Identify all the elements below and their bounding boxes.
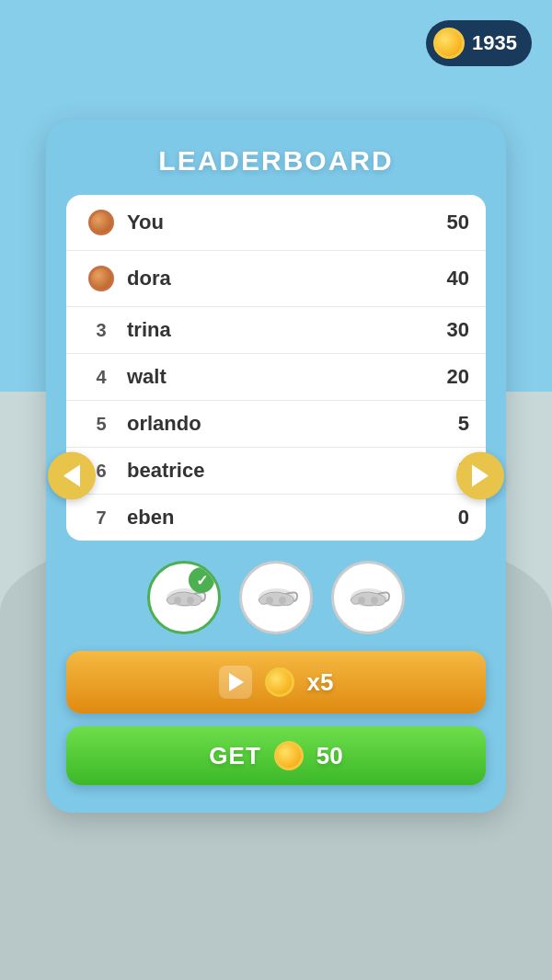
table-row: 6 beatrice 5	[66, 448, 486, 495]
table-row: 3 trina 30	[66, 307, 486, 354]
coin-amount: 1935	[472, 31, 517, 55]
svg-point-4	[266, 597, 273, 604]
rank-5: 5	[83, 414, 120, 435]
dash-icon-3	[343, 581, 393, 614]
left-arrow-icon	[63, 464, 80, 486]
check-icon: ✓	[189, 567, 214, 593]
player-score-1: 50	[432, 211, 469, 234]
rank-3: 3	[83, 320, 120, 341]
speed-button-group: ✓	[66, 561, 486, 634]
svg-point-7	[358, 597, 365, 604]
get-label: GET	[209, 742, 260, 770]
play-icon	[219, 666, 252, 699]
leaderboard-title: LEADERBOARD	[66, 145, 486, 177]
table-row: dora 40	[66, 251, 486, 307]
player-score-5: 5	[432, 412, 469, 436]
rank-2	[83, 262, 120, 295]
player-name-3: trina	[127, 318, 432, 342]
rank-7: 7	[83, 507, 120, 529]
player-name-4: walt	[127, 365, 432, 389]
leaderboard-list: You 50 dora 40 3 trina 30 4 w	[66, 195, 486, 541]
speed-button-2[interactable]	[239, 561, 313, 634]
coin-counter: 1935	[426, 20, 532, 66]
nav-arrow-right[interactable]	[456, 451, 504, 499]
coin-icon	[433, 28, 465, 59]
watch-ad-button[interactable]: x5	[66, 651, 486, 713]
leaderboard-card: LEADERBOARD You 50 dora 40	[46, 120, 506, 813]
rank-4: 4	[83, 367, 120, 388]
medal-icon	[85, 206, 118, 239]
player-name-1: You	[127, 211, 432, 234]
get-coins-button[interactable]: GET 50	[66, 726, 486, 785]
table-row: 7 eben 0	[66, 495, 486, 541]
svg-point-1	[174, 597, 181, 604]
medal-icon	[85, 262, 118, 295]
svg-point-2	[187, 597, 194, 604]
player-name-7: eben	[127, 506, 432, 530]
player-name-6: beatrice	[127, 459, 432, 483]
get-amount: 50	[316, 742, 343, 770]
player-score-4: 20	[432, 365, 469, 389]
svg-point-5	[279, 597, 286, 604]
table-row: 4 walt 20	[66, 354, 486, 401]
speed-button-3[interactable]	[331, 561, 405, 634]
watch-multiplier: x5	[307, 668, 334, 697]
dash-icon-2	[251, 581, 301, 614]
speed-button-1[interactable]: ✓	[147, 561, 221, 634]
player-name-5: orlando	[127, 412, 432, 436]
rank-1	[83, 206, 120, 239]
nav-arrow-left[interactable]	[48, 451, 96, 499]
player-name-2: dora	[127, 267, 432, 291]
table-row: 5 orlando 5	[66, 401, 486, 448]
watch-coin-icon	[265, 667, 294, 697]
player-score-2: 40	[432, 267, 469, 291]
play-triangle-icon	[229, 673, 244, 691]
svg-point-8	[371, 597, 378, 604]
get-coin-icon	[274, 741, 304, 770]
table-row: You 50	[66, 195, 486, 251]
right-arrow-icon	[472, 464, 489, 486]
player-score-3: 30	[432, 318, 469, 342]
player-score-7: 0	[432, 506, 469, 530]
